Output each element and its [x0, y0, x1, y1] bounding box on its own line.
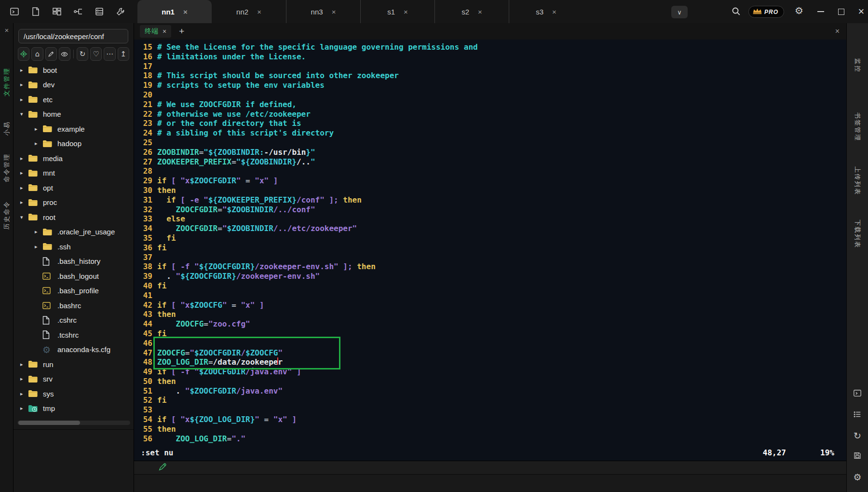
line-number: 17: [134, 62, 152, 71]
session-tab-s1[interactable]: s1×: [360, 0, 434, 23]
tree-item[interactable]: ▾root: [14, 210, 134, 225]
collapsed-arrow-icon[interactable]: ▸: [20, 185, 28, 191]
tree-item[interactable]: ▸.ssh: [14, 239, 134, 254]
refresh-button[interactable]: ↻: [77, 47, 88, 61]
collapsed-arrow-icon[interactable]: ▸: [20, 376, 28, 382]
wrench-icon[interactable]: [116, 7, 125, 16]
highlighter-pen-icon[interactable]: [158, 463, 167, 473]
tree-item[interactable]: .bashrc: [14, 298, 134, 313]
code-line: 19# scripts to setup the env variables: [134, 81, 846, 90]
tree-item[interactable]: ▸sys: [14, 386, 134, 401]
left-rail-item-0[interactable]: 文件管理: [2, 68, 11, 96]
tree-item[interactable]: ▸media: [14, 151, 134, 166]
flow-icon[interactable]: [73, 7, 83, 16]
tree-item[interactable]: .bash_logout: [14, 269, 134, 284]
new-file-icon[interactable]: [31, 7, 41, 16]
minimize-button[interactable]: [814, 5, 827, 18]
new-terminal-tab-button[interactable]: +: [179, 26, 184, 37]
close-window-button[interactable]: ×: [854, 5, 868, 18]
save-icon[interactable]: [854, 451, 862, 462]
tree-item[interactable]: ▸opt: [14, 180, 134, 195]
tree-item[interactable]: ▸tmp: [14, 401, 134, 416]
collapsed-arrow-icon[interactable]: ▸: [20, 361, 28, 368]
collapsed-arrow-icon[interactable]: ▸: [20, 155, 28, 162]
session-tab-s3[interactable]: s3×: [509, 0, 583, 23]
tab-close-icon[interactable]: ×: [332, 8, 336, 16]
search-icon[interactable]: [731, 6, 742, 19]
terminal-panel-close-icon[interactable]: ×: [835, 27, 840, 36]
right-rail-item-0[interactable]: 监控: [853, 58, 862, 73]
terminal-tab[interactable]: 终端 ×: [140, 25, 171, 38]
tree-item[interactable]: .bash_history: [14, 254, 134, 269]
right-rail-item-1[interactable]: 书签管理: [853, 112, 862, 141]
home-button[interactable]: ⌂: [31, 47, 43, 61]
settings-gear-icon[interactable]: ⚙: [795, 5, 803, 16]
tree-item[interactable]: ▸run: [14, 357, 134, 372]
upload-button[interactable]: ↥: [118, 47, 129, 61]
line-number: 39: [134, 272, 152, 281]
tree-item[interactable]: ▸mnt: [14, 166, 134, 181]
collapsed-arrow-icon[interactable]: ▸: [20, 391, 28, 397]
expanded-arrow-icon[interactable]: ▾: [20, 214, 28, 220]
path-input[interactable]: [18, 29, 128, 43]
tree-item[interactable]: ⚙anaconda-ks.cfg: [14, 342, 134, 357]
maximize-button[interactable]: [834, 5, 848, 18]
tree-item[interactable]: ▸boot: [14, 63, 134, 78]
right-rail-item-2[interactable]: 上传列表: [853, 166, 862, 195]
scrollbar-thumb[interactable]: [18, 421, 80, 425]
left-rail-item-3[interactable]: 历史命令: [2, 201, 11, 230]
layout-icon[interactable]: [52, 7, 62, 16]
session-tab-nn1[interactable]: nn1×: [137, 0, 212, 23]
tree-item[interactable]: .cshrc: [14, 313, 134, 328]
edit-button[interactable]: [45, 47, 57, 61]
tree-item[interactable]: ▸example: [14, 122, 134, 137]
tab-overflow-button[interactable]: ∨: [671, 6, 688, 18]
tab-close-icon[interactable]: ×: [257, 8, 261, 16]
right-rail-item-3[interactable]: 下载列表: [853, 219, 862, 248]
tree-item[interactable]: ▸dev: [14, 78, 134, 93]
settings-gear-icon[interactable]: ⚙: [853, 472, 861, 482]
tab-close-icon[interactable]: ×: [478, 8, 482, 16]
collapsed-arrow-icon[interactable]: ▸: [35, 126, 42, 132]
more-button[interactable]: ⋯: [104, 47, 115, 61]
collapsed-arrow-icon[interactable]: ▸: [20, 82, 28, 88]
session-tab-nn2[interactable]: nn2×: [212, 0, 286, 23]
tree-item[interactable]: ▸hadoop: [14, 137, 134, 151]
collapsed-arrow-icon[interactable]: ▸: [35, 244, 42, 250]
collapsed-arrow-icon[interactable]: ▸: [20, 199, 28, 205]
collapsed-arrow-icon[interactable]: ▸: [35, 229, 42, 235]
tree-item[interactable]: ▾home: [14, 107, 134, 122]
favorite-button[interactable]: ♡: [90, 47, 102, 61]
tree-item[interactable]: .bash_profile: [14, 284, 134, 299]
collapsed-arrow-icon[interactable]: ▸: [20, 170, 28, 176]
session-tab-nn3[interactable]: nn3×: [286, 0, 360, 23]
terminal-icon[interactable]: [853, 389, 862, 399]
tab-close-icon[interactable]: ×: [552, 8, 556, 16]
collapse-panel-icon[interactable]: ×: [0, 26, 14, 34]
new-terminal-icon[interactable]: [10, 7, 19, 16]
refresh-icon[interactable]: ↻: [854, 430, 861, 441]
view-hidden-button[interactable]: [59, 47, 70, 61]
tree-item[interactable]: .tcshrc: [14, 328, 134, 342]
tree-item[interactable]: ▸etc: [14, 92, 134, 107]
collapsed-arrow-icon[interactable]: ▸: [35, 140, 42, 147]
tab-close-icon[interactable]: ×: [404, 8, 408, 16]
collapsed-arrow-icon[interactable]: ▸: [20, 96, 28, 103]
left-rail-item-1[interactable]: 小易: [2, 121, 11, 136]
server-list-icon[interactable]: [95, 7, 104, 16]
tree-item[interactable]: ▸.oracle_jre_usage: [14, 225, 134, 240]
collapsed-arrow-icon[interactable]: ▸: [20, 67, 28, 73]
locate-button[interactable]: [18, 47, 29, 61]
vim-editor[interactable]: 15# See the License for the specific lan…: [134, 40, 846, 461]
tab-close-icon[interactable]: ×: [183, 8, 188, 16]
terminal-tab-close-icon[interactable]: ×: [163, 27, 166, 35]
tree-item[interactable]: ▸proc: [14, 195, 134, 210]
session-tab-s2[interactable]: s2×: [434, 0, 509, 23]
pro-badge[interactable]: PRO: [748, 6, 784, 18]
left-rail-item-2[interactable]: 命令管理: [2, 153, 11, 182]
expanded-arrow-icon[interactable]: ▾: [20, 111, 28, 117]
tree-item[interactable]: ▸srv: [14, 372, 134, 387]
tree-item-label: proc: [43, 198, 57, 206]
collapsed-arrow-icon[interactable]: ▸: [20, 405, 28, 411]
list-icon[interactable]: [853, 410, 862, 421]
